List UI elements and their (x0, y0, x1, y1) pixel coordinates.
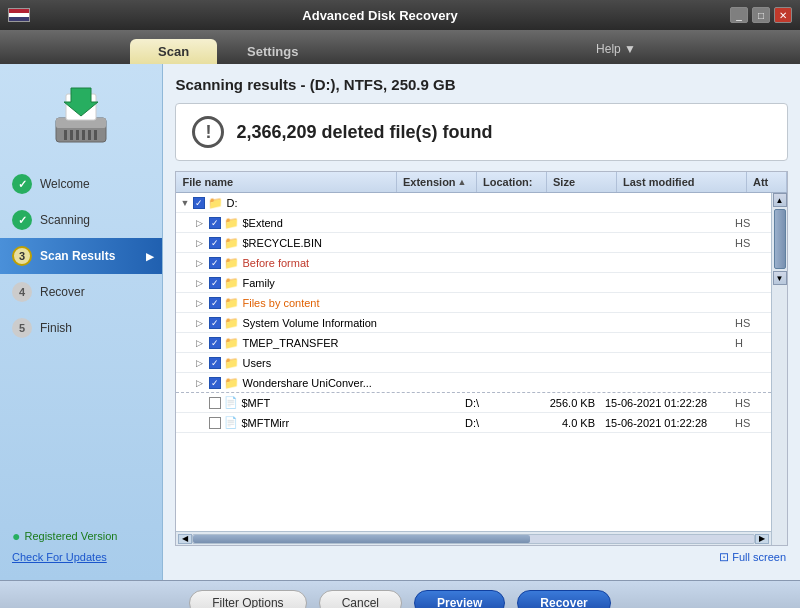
sidebar-item-recover-label: Recover (40, 285, 85, 299)
folder-icon: 📁 (224, 216, 239, 230)
expand-icon[interactable]: ▷ (196, 278, 206, 288)
sidebar-item-welcome[interactable]: ✓ Welcome (0, 166, 162, 202)
preview-button[interactable]: Preview (414, 590, 505, 609)
row-name-mft: ▷ 📄 $MFT (176, 396, 381, 409)
row-checkbox[interactable] (209, 237, 221, 249)
svg-rect-2 (64, 130, 67, 140)
h-scroll-track[interactable] (192, 534, 755, 544)
row-checkbox[interactable] (209, 357, 221, 369)
sidebar: ✓ Welcome ✓ Scanning 3 Scan Results 4 Re… (0, 64, 163, 580)
sidebar-item-finish[interactable]: 5 Finish (0, 310, 162, 346)
step-1-circle: ✓ (12, 174, 32, 194)
row-name-mftmirr: ▷ 📄 $MFTMirr (176, 416, 381, 429)
title-bar: Advanced Disk Recovery _ □ ✕ (0, 0, 800, 30)
recover-button[interactable]: Recover (517, 590, 610, 609)
table-row[interactable]: ▷ 📁 System Volume Information HS (176, 313, 771, 333)
step-4-circle: 4 (12, 282, 32, 302)
sidebar-logo (0, 72, 162, 166)
expand-icon[interactable]: ▷ (196, 238, 206, 248)
h-scroll-right-button[interactable]: ▶ (755, 534, 769, 544)
content-area: Scanning results - (D:), NTFS, 250.9 GB … (163, 64, 800, 580)
expand-icon[interactable]: ▷ (196, 338, 206, 348)
table-row[interactable]: ▷ 📁 Wondershare UniConver... (176, 373, 771, 393)
tab-settings[interactable]: Settings (219, 39, 326, 64)
row-checkbox[interactable] (209, 317, 221, 329)
table-row[interactable]: ▷ 📁 $RECYCLE.BIN HS (176, 233, 771, 253)
expand-icon[interactable]: ▷ (196, 358, 206, 368)
expand-icon[interactable]: ▷ (196, 378, 206, 388)
row-checkbox[interactable] (209, 277, 221, 289)
help-link[interactable]: Help ▼ (596, 42, 640, 64)
expand-icon[interactable]: ▼ (180, 198, 190, 208)
v-scroll-down-button[interactable]: ▼ (773, 271, 787, 285)
horizontal-scrollbar[interactable]: ◀ ▶ (176, 531, 771, 545)
row-checkbox[interactable] (209, 417, 221, 429)
row-checkbox[interactable] (209, 377, 221, 389)
step-2-circle: ✓ (12, 210, 32, 230)
expand-icon[interactable]: ▷ (196, 298, 206, 308)
svg-rect-3 (70, 130, 73, 140)
row-checkbox[interactable] (209, 397, 221, 409)
sort-arrow-icon: ▲ (458, 177, 467, 187)
expand-icon[interactable]: ▷ (196, 258, 206, 268)
table-wrap: ▼ 📁 D: (176, 193, 787, 545)
table-row[interactable]: ▷ 📄 $MFTMirr D:\ 4.0 KB 15-06-2021 01:22… (176, 413, 771, 433)
app-logo-icon (46, 80, 116, 150)
row-name-files-by-content: ▷ 📁 Files by content (176, 296, 381, 310)
table-row[interactable]: ▷ 📄 $MFT D:\ 256.0 KB 15-06-2021 01:22:2… (176, 393, 771, 413)
sidebar-item-scan-results[interactable]: 3 Scan Results (0, 238, 162, 274)
h-scroll-thumb[interactable] (193, 535, 529, 543)
table-row[interactable]: ▼ 📁 D: (176, 193, 771, 213)
row-name-extend: ▷ 📁 $Extend (176, 216, 381, 230)
main-layout: ✓ Welcome ✓ Scanning 3 Scan Results 4 Re… (0, 64, 800, 580)
row-name-tmep: ▷ 📁 TMEP_TRANSFER (176, 336, 381, 350)
row-checkbox[interactable] (209, 257, 221, 269)
v-scroll-thumb[interactable] (774, 209, 786, 269)
row-name-recycle: ▷ 📁 $RECYCLE.BIN (176, 236, 381, 250)
row-checkbox[interactable] (193, 197, 205, 209)
row-checkbox[interactable] (209, 297, 221, 309)
sidebar-item-scan-results-label: Scan Results (40, 249, 115, 263)
table-body[interactable]: ▼ 📁 D: (176, 193, 771, 531)
scan-results-title: Scanning results - (D:), NTFS, 250.9 GB (175, 76, 788, 93)
row-checkbox[interactable] (209, 217, 221, 229)
v-scroll-up-button[interactable]: ▲ (773, 193, 787, 207)
tab-bar: Scan Settings Help ▼ (0, 30, 800, 64)
col-attr: Att (747, 172, 787, 192)
vertical-scrollbar[interactable]: ▲ ▼ (771, 193, 787, 545)
row-name-family: ▷ 📁 Family (176, 276, 381, 290)
title-bar-left (8, 8, 30, 22)
fullscreen-label[interactable]: Full screen (732, 551, 786, 563)
table-row[interactable]: ▷ 📁 Before format (176, 253, 771, 273)
table-row[interactable]: ▷ 📁 TMEP_TRANSFER H (176, 333, 771, 353)
table-row[interactable]: ▷ 📁 $Extend HS (176, 213, 771, 233)
step-5-circle: 5 (12, 318, 32, 338)
maximize-button[interactable]: □ (752, 7, 770, 23)
fullscreen-link[interactable]: ⊡ Full screen (175, 546, 788, 568)
expand-icon[interactable]: ▷ (196, 318, 206, 328)
table-row[interactable]: ▷ 📁 Family (176, 273, 771, 293)
registered-badge: ● Registered Version (12, 528, 150, 544)
svg-rect-6 (88, 130, 91, 140)
row-checkbox[interactable] (209, 337, 221, 349)
sidebar-item-scanning[interactable]: ✓ Scanning (0, 202, 162, 238)
h-scroll-left-button[interactable]: ◀ (178, 534, 192, 544)
flag-icon (8, 8, 30, 22)
check-updates-link[interactable]: Check For Updates (12, 551, 107, 563)
sidebar-item-scanning-label: Scanning (40, 213, 90, 227)
minimize-button[interactable]: _ (730, 7, 748, 23)
tab-list: Scan Settings (130, 39, 326, 64)
folder-icon: 📁 (224, 376, 239, 390)
tab-scan[interactable]: Scan (130, 39, 217, 64)
expand-icon[interactable]: ▷ (196, 218, 206, 228)
cancel-button[interactable]: Cancel (319, 590, 402, 609)
row-name-users: ▷ 📁 Users (176, 356, 381, 370)
filter-options-button[interactable]: Filter Options (189, 590, 306, 609)
col-extension[interactable]: Extension ▲ (397, 172, 477, 192)
table-row[interactable]: ▷ 📁 Files by content (176, 293, 771, 313)
close-button[interactable]: ✕ (774, 7, 792, 23)
folder-icon: 📁 (224, 356, 239, 370)
sidebar-item-recover[interactable]: 4 Recover (0, 274, 162, 310)
svg-rect-7 (94, 130, 97, 140)
table-row[interactable]: ▷ 📁 Users (176, 353, 771, 373)
